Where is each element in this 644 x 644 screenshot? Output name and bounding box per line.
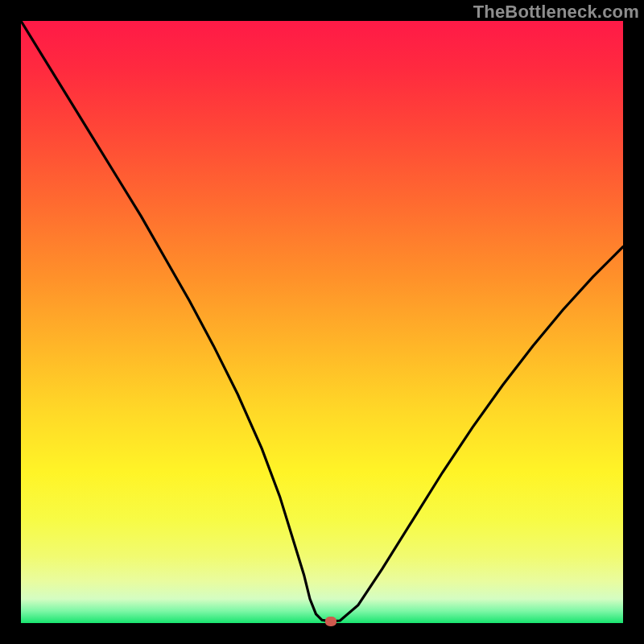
curve-path (21, 21, 623, 621)
watermark-text: TheBottleneck.com (473, 2, 639, 23)
chart-container: TheBottleneck.com (0, 0, 644, 644)
bottleneck-curve (21, 21, 623, 623)
minimum-marker (325, 617, 336, 626)
plot-area (21, 21, 623, 623)
